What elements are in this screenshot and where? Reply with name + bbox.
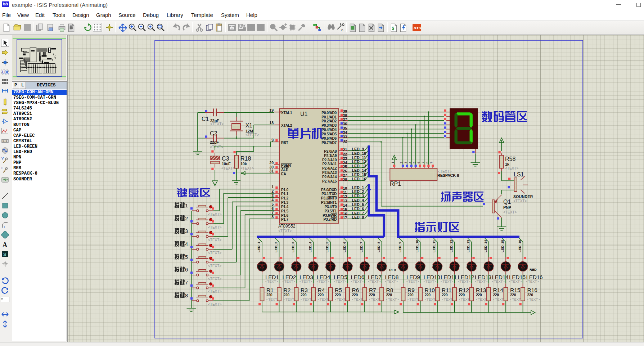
svg-text:<TEXT>: <TEXT>	[505, 166, 518, 170]
svg-text:SOUNDER: SOUNDER	[513, 194, 533, 199]
svg-text:R7: R7	[369, 287, 376, 293]
svg-text:23: 23	[343, 156, 347, 161]
svg-text:R5: R5	[335, 287, 342, 293]
svg-text:P1.7: P1.7	[281, 217, 288, 221]
svg-text:220: 220	[493, 293, 499, 297]
svg-text:5: 5	[271, 202, 274, 206]
svg-text:18: 18	[269, 121, 274, 125]
svg-text:<TEXT>: <TEXT>	[441, 279, 454, 283]
svg-text:30: 30	[269, 165, 274, 169]
svg-text:LED_16: LED_16	[352, 177, 366, 181]
svg-text:LED_3: LED_3	[291, 242, 295, 252]
svg-text:6: 6	[271, 206, 274, 211]
svg-text:<TEXT>: <TEXT>	[208, 212, 221, 216]
svg-text:19: 19	[269, 108, 274, 112]
svg-text:LED_2: LED_2	[352, 189, 364, 194]
svg-text:P0.2/AD2: P0.2/AD2	[321, 119, 337, 123]
svg-text:EA: EA	[281, 172, 286, 176]
svg-text:<TEXT>: <TEXT>	[351, 279, 364, 283]
svg-text:<TEXT>: <TEXT>	[458, 279, 471, 283]
svg-text:25: 25	[343, 165, 347, 169]
svg-text:P3.4/T0: P3.4/T0	[324, 205, 337, 209]
svg-text:8: 8	[271, 215, 274, 219]
svg-text:AT89S52: AT89S52	[278, 224, 296, 229]
svg-text:8: 8	[425, 162, 429, 163]
svg-text:220: 220	[442, 293, 448, 297]
svg-text:R4: R4	[318, 287, 325, 293]
svg-text:LED_10: LED_10	[415, 240, 419, 252]
svg-text:P1.6: P1.6	[281, 214, 288, 217]
svg-text:P2.6/A14: P2.6/A14	[322, 175, 337, 179]
svg-text:ARES: ARES	[414, 26, 421, 30]
svg-text:39: 39	[343, 109, 347, 113]
svg-text:R12: R12	[459, 287, 469, 293]
svg-text:P3.0/RXD: P3.0/RXD	[321, 188, 337, 192]
svg-text:PSEN: PSEN	[281, 163, 291, 167]
svg-text:P2.5/A13: P2.5/A13	[322, 171, 337, 175]
svg-text:9: 9	[429, 162, 433, 163]
svg-text:26: 26	[343, 169, 347, 173]
svg-text:LED_12: LED_12	[352, 159, 366, 164]
svg-text:RED: RED	[530, 268, 537, 271]
svg-text:32: 32	[343, 139, 347, 143]
svg-text:R3: R3	[301, 287, 308, 293]
svg-text:22: 22	[343, 152, 347, 156]
svg-text:<TEXT>: <TEXT>	[424, 279, 437, 283]
svg-text:P1.3: P1.3	[281, 201, 288, 205]
svg-text:XTAL2: XTAL2	[281, 123, 292, 127]
svg-text:3: 3	[185, 228, 188, 234]
svg-text:220: 220	[284, 293, 290, 297]
svg-text:7: 7	[271, 210, 274, 215]
svg-text:12: 12	[343, 194, 347, 199]
svg-text:Q1: Q1	[503, 199, 511, 205]
svg-text:<TEXT>: <TEXT>	[208, 302, 221, 306]
svg-text:P0.4/AD4: P0.4/AD4	[321, 128, 337, 132]
svg-text:P0.6/AD6: P0.6/AD6	[321, 136, 337, 140]
svg-text:P2.2/A10: P2.2/A10	[322, 158, 337, 162]
svg-text:LED_6: LED_6	[342, 242, 346, 252]
svg-text:31: 31	[269, 169, 274, 173]
svg-text:P0.0/AD0: P0.0/AD0	[321, 111, 337, 115]
svg-text:RESPACK-8: RESPACK-8	[437, 173, 459, 178]
svg-text:14: 14	[343, 203, 347, 207]
svg-text:R18: R18	[240, 156, 251, 162]
svg-text:P2.3/A11: P2.3/A11	[322, 162, 337, 166]
svg-text:LED_10: LED_10	[352, 151, 366, 156]
svg-text:<TEXT>: <TEXT>	[246, 133, 259, 137]
svg-text:<TEXT>: <TEXT>	[278, 229, 292, 233]
svg-text:LED_4: LED_4	[308, 242, 312, 252]
svg-text:<TEXT>: <TEXT>	[300, 279, 312, 283]
svg-text:<TEXT>: <TEXT>	[475, 279, 488, 283]
svg-text:37: 37	[343, 117, 347, 122]
svg-text:220: 220	[369, 293, 375, 297]
svg-text:220: 220	[318, 293, 324, 297]
svg-text:<TEXT>: <TEXT>	[208, 289, 221, 293]
svg-text:<TEXT>: <TEXT>	[386, 297, 399, 301]
svg-text:<TEXT>: <TEXT>	[385, 279, 398, 283]
svg-text:<TEXT>: <TEXT>	[526, 279, 539, 283]
svg-text:<TEXT>: <TEXT>	[283, 279, 296, 283]
svg-text:LED_1: LED_1	[352, 185, 364, 190]
svg-text:4: 4	[271, 198, 274, 202]
svg-text:220: 220	[476, 293, 482, 297]
svg-text:LED_15: LED_15	[352, 172, 366, 177]
svg-text:LBL: LBL	[2, 70, 9, 74]
svg-text:LED_1: LED_1	[257, 242, 261, 252]
svg-text:3: 3	[404, 162, 407, 163]
svg-text:P2.7/A15: P2.7/A15	[322, 179, 337, 183]
svg-text:LED_8: LED_8	[352, 215, 364, 219]
svg-text:1: 1	[391, 162, 395, 163]
svg-text:9: 9	[271, 138, 274, 142]
svg-text:P2.0/A8: P2.0/A8	[324, 149, 337, 153]
svg-text:7: 7	[421, 162, 425, 163]
svg-text:34: 34	[343, 130, 347, 135]
svg-text:5: 5	[413, 162, 416, 163]
svg-text:10k: 10k	[240, 162, 247, 166]
svg-text:6: 6	[185, 267, 188, 273]
svg-text:220: 220	[527, 293, 533, 297]
svg-text:R10: R10	[425, 287, 435, 293]
svg-text:LED_7: LED_7	[359, 242, 363, 252]
svg-text:A: A	[3, 241, 7, 248]
svg-text:R6: R6	[352, 287, 359, 293]
svg-text:P2.4/A12: P2.4/A12	[322, 166, 337, 170]
